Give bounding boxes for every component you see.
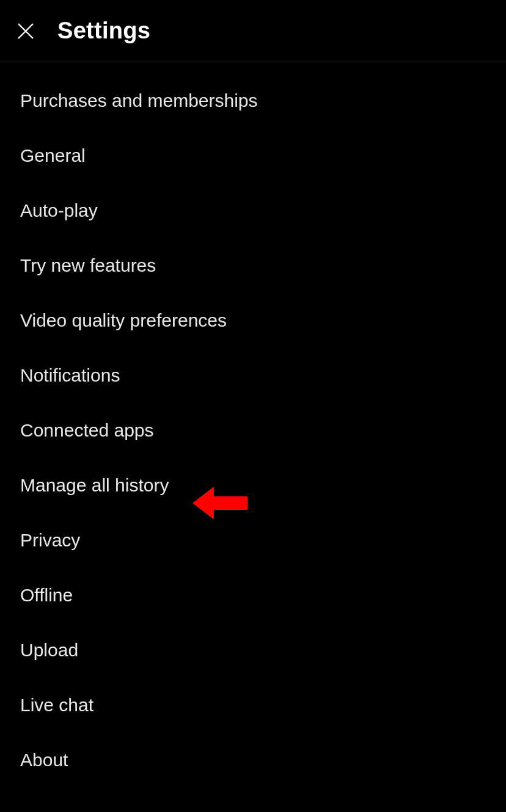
page-title: Settings (57, 18, 150, 44)
menu-item-manage-history[interactable]: Manage all history (0, 458, 506, 513)
close-icon[interactable] (13, 19, 38, 43)
menu-item-purchases[interactable]: Purchases and memberships (0, 73, 506, 128)
menu-item-about[interactable]: About (0, 733, 506, 788)
menu-item-autoplay[interactable]: Auto-play (0, 183, 506, 238)
menu-item-upload[interactable]: Upload (0, 623, 506, 678)
settings-menu: Purchases and memberships General Auto-p… (0, 62, 506, 788)
header: Settings (0, 0, 506, 62)
menu-item-live-chat[interactable]: Live chat (0, 678, 506, 733)
menu-item-notifications[interactable]: Notifications (0, 348, 506, 403)
menu-item-connected-apps[interactable]: Connected apps (0, 403, 506, 458)
menu-item-try-new-features[interactable]: Try new features (0, 238, 506, 293)
menu-item-privacy[interactable]: Privacy (0, 513, 506, 568)
menu-item-general[interactable]: General (0, 128, 506, 183)
menu-item-video-quality[interactable]: Video quality preferences (0, 293, 506, 348)
menu-item-offline[interactable]: Offline (0, 568, 506, 623)
